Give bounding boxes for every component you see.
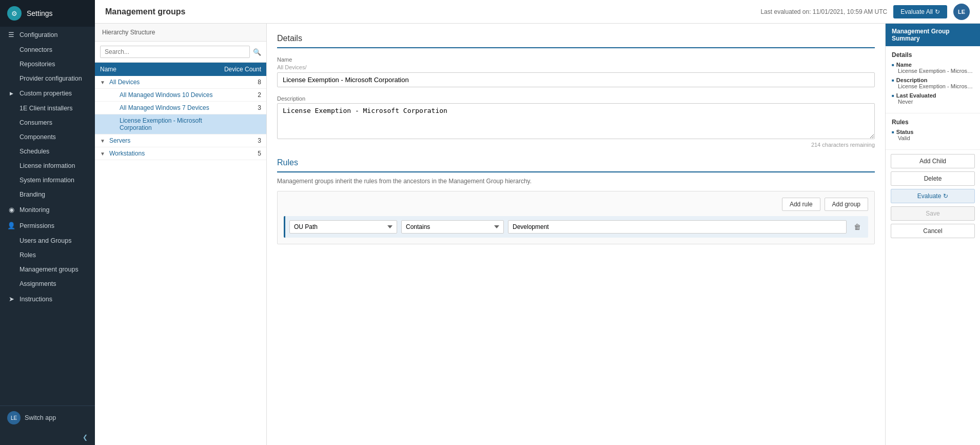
sidebar-item-system-information[interactable]: System information: [0, 173, 95, 187]
sidebar-footer: LE Switch app ❮: [0, 405, 95, 445]
hierarchy-search: 🔍: [95, 42, 266, 63]
sidebar-item-license-information[interactable]: License information: [0, 159, 95, 173]
app-title: Settings: [27, 9, 53, 17]
rule-delete-button[interactable]: 🗑: [851, 222, 864, 232]
save-button[interactable]: Save: [891, 206, 975, 221]
tree-item-all-devices[interactable]: ▼ All Devices 8: [95, 76, 266, 89]
tree-item-workstations-label[interactable]: Workstations: [109, 150, 225, 157]
rules-section-title: Rules: [277, 158, 875, 172]
summary-name-value: License Exemption - Microsoft Corporat..…: [892, 68, 974, 74]
summary-last-evaluated-value: Never: [892, 99, 974, 105]
tree-item-all-devices-label[interactable]: All Devices: [109, 79, 225, 86]
content-area: Hierarchy Structure 🔍 Name Device Count …: [95, 24, 980, 445]
name-field-group: Name All Devices/: [277, 56, 875, 87]
toggle-all-devices: ▼: [100, 80, 107, 85]
evaluate-button[interactable]: Evaluate ↻: [891, 189, 975, 203]
switch-app-button[interactable]: LE Switch app: [0, 406, 95, 430]
delete-button[interactable]: Delete: [891, 171, 975, 186]
summary-rules-title: Rules: [892, 119, 974, 126]
sidebar-item-custom-properties-header[interactable]: ▶ Custom properties: [0, 86, 95, 101]
hierarchy-search-input[interactable]: [100, 46, 250, 58]
tree-item-license-exemption[interactable]: License Exemption - Microsoft Corporatio…: [95, 114, 266, 134]
sidebar-header: ⚙ Settings: [0, 0, 95, 27]
sidebar-item-repositories[interactable]: Repositories: [0, 57, 95, 71]
summary-panel: Management Group Summary Details Name Li…: [885, 24, 980, 445]
sidebar-section-instructions[interactable]: ➤ Instructions: [0, 291, 95, 307]
tree-item-windows10-label[interactable]: All Managed Windows 10 Devices: [120, 91, 225, 99]
search-icon[interactable]: 🔍: [253, 48, 261, 56]
rule-operator-select[interactable]: Contains Equals Starts with Ends with Do…: [401, 220, 504, 234]
settings-icon: ⚙: [7, 6, 22, 21]
tree-item-all-devices-count: 8: [225, 79, 261, 86]
summary-details-section: Details Name License Exemption - Microso…: [886, 46, 980, 113]
summary-name-field: Name License Exemption - Microsoft Corpo…: [892, 62, 974, 74]
main-content: Management groups Last evaluated on: 11/…: [95, 0, 980, 445]
sidebar-item-roles[interactable]: Roles: [0, 248, 95, 262]
sidebar-item-client-installers[interactable]: 1E Client installers: [0, 101, 95, 115]
config-icon: ☰: [7, 31, 15, 38]
name-input[interactable]: [277, 72, 875, 87]
tree-item-windows7-count: 3: [225, 104, 261, 111]
collapse-sidebar-button[interactable]: ❮: [0, 430, 95, 445]
user-avatar[interactable]: LE: [953, 4, 970, 20]
tree-item-servers[interactable]: ▼ Servers 3: [95, 134, 266, 147]
summary-rules-section: Rules Status Valid: [886, 113, 980, 150]
rule-value-input[interactable]: [508, 220, 847, 234]
sidebar-item-components[interactable]: Components: [0, 130, 95, 144]
description-field-group: Description License Exemption - Microsof…: [277, 95, 875, 148]
hierarchy-body: ▼ All Devices 8 All Managed Windows 10 D…: [95, 76, 266, 445]
summary-status-label: Status: [892, 129, 974, 135]
tree-item-windows7[interactable]: All Managed Windows 7 Devices 3: [95, 102, 266, 114]
tree-item-servers-label[interactable]: Servers: [109, 137, 225, 144]
last-evaluated-text: Last evaluated on: 11/01/2021, 10:59 AM …: [760, 8, 887, 15]
rules-toolbar: Add rule Add group: [284, 198, 868, 211]
page-title: Management groups: [105, 7, 185, 16]
evaluate-refresh-icon: ↻: [943, 192, 948, 200]
summary-name-label: Name: [892, 62, 974, 68]
tree-item-workstations[interactable]: ▼ Workstations 5: [95, 147, 266, 160]
sidebar-section-configuration[interactable]: ☰ Configuration: [0, 27, 95, 43]
sidebar-item-users-groups[interactable]: Users and Groups: [0, 234, 95, 248]
monitoring-icon: ◉: [7, 206, 15, 214]
tree-item-windows10[interactable]: All Managed Windows 10 Devices 2: [95, 89, 266, 102]
top-bar: Management groups Last evaluated on: 11/…: [95, 0, 980, 24]
toggle-servers: ▼: [100, 138, 107, 144]
tree-item-license-exemption-label[interactable]: License Exemption - Microsoft Corporatio…: [120, 117, 225, 131]
name-field-label: Name: [277, 56, 875, 63]
rules-description: Management groups inherit the rules from…: [277, 178, 875, 185]
sidebar-section-monitoring[interactable]: ◉ Monitoring: [0, 202, 95, 218]
hierarchy-panel: Hierarchy Structure 🔍 Name Device Count …: [95, 24, 267, 445]
sidebar-item-provider-configuration[interactable]: Provider configuration: [0, 71, 95, 86]
add-child-button[interactable]: Add Child: [891, 154, 975, 168]
description-textarea[interactable]: License Exemption - Microsoft Corporatio…: [277, 103, 875, 139]
hierarchy-table-header: Name Device Count: [95, 63, 266, 76]
summary-last-evaluated-field: Last Evaluated Never: [892, 92, 974, 105]
sidebar-section-permissions[interactable]: 👤 Permissions: [0, 218, 95, 234]
summary-details-title: Details: [892, 51, 974, 59]
summary-description-field: Description License Exemption - Microsof…: [892, 77, 974, 89]
sidebar-item-connectors[interactable]: Connectors: [0, 43, 95, 57]
rule-field-select[interactable]: OU Path Device Name IP Address OS Name O…: [289, 220, 397, 234]
summary-status-field: Status Valid: [892, 129, 974, 141]
cancel-button[interactable]: Cancel: [891, 224, 975, 238]
sidebar-item-branding[interactable]: Branding: [0, 187, 95, 202]
sidebar-item-consumers[interactable]: Consumers: [0, 115, 95, 130]
col-name-header: Name: [100, 66, 215, 73]
evaluate-all-button[interactable]: Evaluate All ↻: [893, 5, 947, 18]
tree-item-windows7-label[interactable]: All Managed Windows 7 Devices: [120, 104, 225, 111]
sidebar: ⚙ Settings ☰ Configuration Connectors Re…: [0, 0, 95, 445]
add-group-button[interactable]: Add group: [825, 198, 868, 211]
sidebar-item-schedules[interactable]: Schedules: [0, 144, 95, 159]
col-count-header: Device Count: [215, 66, 261, 73]
summary-header: Management Group Summary: [886, 24, 980, 46]
summary-status-value: Valid: [892, 135, 974, 141]
tree-item-windows10-count: 2: [225, 91, 261, 99]
add-rule-button[interactable]: Add rule: [782, 198, 820, 211]
instructions-icon: ➤: [7, 295, 15, 303]
center-panel: Details Name All Devices/ Description Li…: [267, 24, 885, 445]
name-field-sublabel: All Devices/: [277, 64, 875, 70]
rule-row: OU Path Device Name IP Address OS Name O…: [284, 216, 868, 238]
tree-item-workstations-count: 5: [225, 150, 261, 157]
sidebar-item-assignments[interactable]: Assignments: [0, 277, 95, 291]
sidebar-item-management-groups[interactable]: Management groups: [0, 262, 95, 277]
